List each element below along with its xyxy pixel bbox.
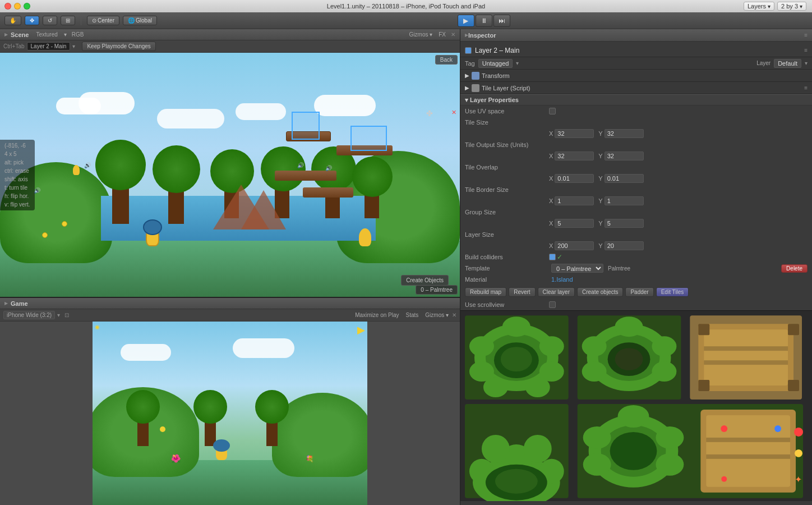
platform-4 [303, 187, 353, 198]
create-objects-btn[interactable]: Create objects [577, 287, 623, 297]
aspect-dropdown[interactable]: iPhone Wide (3:2) [3, 311, 55, 319]
template-select[interactable]: 0 – Palmtree [551, 264, 603, 273]
game-gizmos[interactable]: Gizmos ▾ [425, 312, 449, 318]
tile-output-x[interactable] [555, 152, 594, 160]
svg-point-11 [501, 347, 532, 371]
tree-top-1 [95, 140, 146, 190]
back-btn[interactable]: Back [435, 55, 458, 65]
delete-button[interactable]: Delete [781, 264, 808, 273]
svg-point-5 [502, 316, 530, 337]
tile-overlap-x[interactable] [555, 174, 594, 183]
layer-properties[interactable]: ▾ Layer Properties [460, 94, 812, 105]
tile-border-row: Tile Border Size [460, 184, 812, 195]
svg-point-21 [615, 348, 643, 370]
by3-dropdown[interactable]: 2 by 3 ▾ [777, 2, 806, 11]
svg-point-57 [795, 449, 802, 457]
tile-size-y[interactable] [605, 129, 644, 138]
svg-point-3 [469, 336, 494, 356]
cloud-4 [236, 103, 286, 120]
svg-point-39 [495, 469, 538, 494]
global-btn[interactable]: 🌐 Global [123, 16, 157, 25]
scrollview-checkbox[interactable] [549, 301, 556, 308]
layer-size-x[interactable] [555, 241, 594, 250]
active-checkbox[interactable] [465, 47, 472, 54]
maximize-button[interactable] [24, 3, 30, 10]
character-2 [359, 228, 371, 246]
game-toolbar: iPhone Wide (3:2) ▾ ⊡ Maximize on Play S… [0, 309, 460, 322]
window-buttons[interactable] [4, 3, 30, 10]
tile-output-y[interactable] [605, 152, 644, 160]
v-flip-vert: v: flip vert. [2, 201, 33, 208]
revert-btn[interactable]: Revert [509, 287, 535, 297]
game-viewport: 🌺 💐 ▶ ◉ [93, 322, 367, 505]
close-button[interactable] [4, 3, 11, 10]
tag-dropdown[interactable]: Untagged [478, 59, 513, 68]
coin-2 [62, 221, 67, 227]
group-size-y[interactable] [605, 219, 644, 228]
ctrl-erase: ctrl: erase [2, 167, 33, 175]
material-value[interactable]: 1.Island [551, 276, 573, 283]
platform-3 [275, 171, 336, 181]
tile-layer-section[interactable]: ▶ Tile Layer (Script) ≡ [460, 82, 812, 94]
rotate-tool[interactable]: ↺ [43, 16, 57, 25]
transform-section[interactable]: ▶ Transform [460, 70, 812, 82]
pause-button[interactable]: ⏸ [476, 15, 492, 27]
right-controls: Layers ▾ 2 by 3 ▾ [744, 2, 806, 11]
svg-point-4 [539, 336, 564, 356]
tile-border-x[interactable] [555, 196, 594, 205]
center-btn[interactable]: ⊙ Center [87, 16, 119, 25]
edit-tiles-btn[interactable]: Edit Tiles [656, 287, 689, 297]
tree-top-2 [153, 145, 200, 193]
svg-point-53 [721, 425, 727, 432]
scene-tools: (-816, -6 4 x 5 alt: pick ctrl: erase sh… [0, 140, 35, 210]
game-cloud-2 [233, 338, 294, 358]
create-objects-btn[interactable]: Create Objects [401, 275, 449, 286]
clear-layer-btn[interactable]: Clear layer [538, 287, 575, 297]
maximize-btn[interactable]: Maximize on Play [355, 312, 399, 318]
layer-size-values: X Y [460, 240, 812, 251]
play-button[interactable]: ▶ [458, 15, 474, 27]
layer-size-y[interactable] [605, 241, 644, 250]
layer-tab[interactable]: Layer 2 - Main [27, 42, 71, 50]
tile-size-x[interactable] [555, 129, 594, 138]
svg-rect-24 [704, 329, 788, 385]
scale-tool[interactable]: ⊞ [61, 16, 75, 25]
inspector-content[interactable]: Layer 2 – Main ≡ Tag Untagged ▾ Layer De… [460, 42, 812, 505]
hand-tool[interactable]: ✋ [4, 16, 21, 25]
layers-dropdown[interactable]: Layers ▾ [744, 2, 774, 11]
tile-border-y[interactable] [605, 196, 644, 205]
tree-top-6 [352, 157, 393, 197]
gizmos-btn[interactable]: Gizmos ▾ [409, 31, 433, 38]
tile-size-row: Tile Size [460, 117, 812, 128]
tile-output-row: Tile Output Size (Units) [460, 139, 812, 150]
fx-btn[interactable]: FX [439, 31, 446, 38]
padder-btn[interactable]: Padder [625, 287, 653, 297]
svg-point-18 [582, 361, 607, 382]
tile-palette[interactable]: ✦ [460, 310, 812, 501]
inspector-header: ▶ Inspector ≡ [460, 29, 812, 42]
layer-dropdown[interactable]: Default [774, 59, 801, 68]
palmtree-selector[interactable]: 0 – Palmtree [416, 285, 458, 295]
svg-point-43 [583, 426, 611, 449]
game-canvas[interactable]: 🌺 💐 ▶ ◉ [0, 322, 460, 505]
keep-playmode-btn[interactable]: Keep Playmode Changes [82, 42, 155, 51]
scene-canvas[interactable]: 🔊 🔊 🔊 🔊 ✤ ✕ Back Create Objects 0 – Palm… [0, 53, 460, 297]
tile-overlap-y[interactable] [605, 174, 644, 183]
stats-btn[interactable]: Stats [406, 312, 419, 318]
coin-1 [42, 232, 48, 238]
scene-header: ▶ Scene Textured ▾ RGB Gizmos ▾ FX ✕ [0, 29, 460, 40]
uv-space-checkbox[interactable] [549, 108, 556, 114]
minimize-button[interactable] [14, 3, 21, 10]
group-size-x[interactable] [555, 219, 594, 228]
svg-point-46 [583, 453, 611, 476]
rebuild-map-btn[interactable]: Rebuild map [465, 287, 506, 297]
left-panel: ▶ Scene Textured ▾ RGB Gizmos ▾ FX ✕ Ctr… [0, 29, 460, 505]
move-tool[interactable]: ✥ [25, 16, 39, 25]
step-button[interactable]: ⏭ [493, 15, 510, 27]
scene-shading[interactable]: Textured [36, 31, 57, 38]
layer-size-row: Layer Size [460, 229, 812, 240]
build-colliders-checkbox[interactable] [549, 254, 556, 260]
window-title: Level1.1.unity – 20110818 – iPhone, iPod… [327, 3, 485, 10]
speaker-2: 🔊 [84, 162, 91, 168]
t-turn-tile: t: turn tile [2, 184, 33, 191]
